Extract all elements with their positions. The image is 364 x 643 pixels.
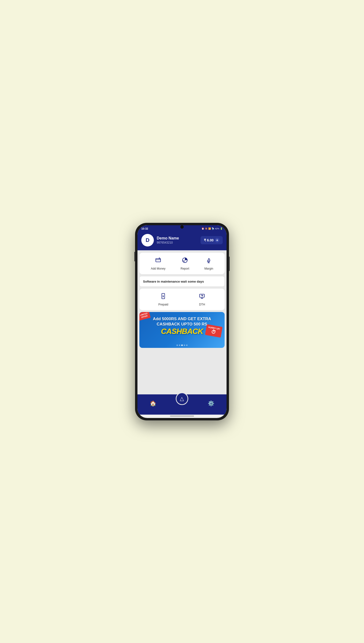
svg-rect-0	[156, 259, 160, 262]
dot-4	[184, 344, 185, 346]
home-indicator	[170, 416, 194, 417]
status-icons: ⏰ 🔇 📶 📡 42% 🔋	[202, 227, 223, 230]
user-name: Demo Name	[157, 236, 179, 240]
center-icon: △	[180, 396, 184, 402]
wifi-icon: 📶	[208, 227, 211, 230]
add-money-action[interactable]: Add Money	[151, 257, 166, 270]
maintenance-banner: Software in maintenance wait some days	[140, 276, 224, 287]
banner-content: LIMITED OFFER Add 5000RS AND GET EXTRA C…	[140, 312, 224, 343]
user-avatar: D	[141, 234, 154, 246]
camera-notch	[180, 225, 184, 229]
margin-icon	[205, 257, 212, 266]
prepaid-label: Prepaid	[158, 303, 168, 306]
prepaid-service[interactable]: Prepaid	[158, 292, 168, 306]
nav-center-button[interactable]: △	[176, 392, 188, 405]
battery-icon: 🔋	[220, 227, 223, 230]
dth-service[interactable]: DTH	[198, 292, 206, 306]
empty-space	[138, 350, 226, 394]
quick-actions-card: Add Money Report	[140, 253, 224, 274]
svg-marker-11	[162, 295, 164, 298]
dth-label: DTH	[199, 303, 205, 306]
user-info: Demo Name 9876543210	[157, 236, 179, 244]
content-area: Add Money Report	[138, 250, 226, 394]
report-action[interactable]: Report	[180, 257, 189, 270]
banner-dots	[140, 343, 224, 348]
battery-text: 42%	[215, 227, 219, 230]
balance-amount: ₹ 6.00	[204, 238, 214, 242]
app-header: D Demo Name 9876543210 ₹ 6.00 +	[138, 231, 226, 250]
mute-icon: 🔇	[205, 227, 208, 230]
dot-1	[176, 344, 178, 346]
services-row: Prepaid DTH	[143, 292, 221, 306]
quick-actions-row: Add Money Report	[143, 257, 221, 270]
user-phone: 9876543210	[157, 241, 179, 244]
margin-label: Margin	[204, 267, 213, 270]
signal-icon: 📡	[212, 227, 214, 230]
add-money-label: Add Money	[151, 267, 166, 270]
phone-frame: 10:32 ⏰ 🔇 📶 📡 42% 🔋 D Demo Name 98765432…	[135, 223, 229, 420]
bottom-navigation: 🏠 △ ⚙️	[138, 394, 226, 415]
promo-banner[interactable]: LIMITED OFFER Add 5000RS AND GET EXTRA C…	[140, 312, 224, 348]
svg-point-7	[209, 259, 210, 259]
nav-center-circle: △	[176, 392, 188, 405]
report-icon	[181, 257, 188, 266]
home-nav-item[interactable]: 🏠	[145, 398, 161, 409]
balance-button[interactable]: ₹ 6.00 +	[200, 236, 223, 244]
maintenance-text: Software in maintenance wait some days	[143, 280, 204, 283]
add-balance-icon: +	[215, 238, 219, 242]
settings-icon: ⚙️	[208, 400, 214, 407]
dot-5	[186, 344, 188, 346]
phone-screen: 10:32 ⏰ 🔇 📶 📡 42% 🔋 D Demo Name 98765432…	[138, 225, 226, 418]
dth-icon	[198, 292, 206, 301]
add-money-icon	[154, 257, 162, 266]
dot-3	[181, 344, 183, 346]
report-label: Report	[180, 267, 189, 270]
settings-nav-item[interactable]: ⚙️	[203, 398, 219, 409]
prepaid-icon	[160, 292, 167, 301]
services-card: Prepaid DTH	[140, 289, 224, 310]
user-section: D Demo Name 9876543210	[141, 234, 179, 246]
alarm-icon: ⏰	[202, 227, 204, 230]
margin-action[interactable]: Margin	[204, 257, 213, 270]
home-icon: 🏠	[150, 400, 156, 407]
dot-2	[179, 344, 180, 346]
status-time: 10:32	[141, 227, 148, 230]
